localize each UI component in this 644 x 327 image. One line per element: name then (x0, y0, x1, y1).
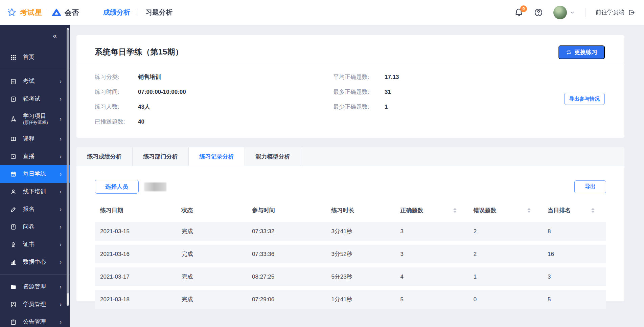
analysis-tab-3[interactable]: 练习记录分析 (189, 147, 245, 166)
sidebar-item-resource-mgmt[interactable]: 资源管理 › (0, 278, 70, 296)
field-value: 31 (385, 89, 391, 95)
light-exam-icon (10, 96, 17, 102)
table-cell: 完成 (176, 250, 247, 258)
table-row[interactable]: 2021-03-18 完成 07:29:06 1分41秒 5 0 5 (95, 290, 606, 309)
column-label: 练习日期 (100, 206, 123, 214)
project-icon (10, 116, 17, 122)
help-icon[interactable] (534, 8, 543, 17)
sort-icon[interactable] (453, 208, 457, 213)
field-label: 已推送题数: (95, 118, 138, 126)
notice-icon (10, 319, 17, 325)
table-cell: 3 (395, 228, 468, 235)
overview-field: 练习分类: 销售培训 (95, 73, 333, 81)
sidebar-item-survey[interactable]: 问卷 › (0, 218, 70, 236)
overview-field: 最少正确题数: 1 (333, 103, 399, 111)
select-person-button[interactable]: 选择人员 (95, 180, 139, 194)
sidebar-item-label: 每日学练 (23, 170, 46, 177)
field-value: 40 (138, 118, 144, 125)
org-name: 会否 (65, 8, 79, 17)
table-row[interactable]: 2021-03-17 完成 08:27:25 5分23秒 4 1 3 (95, 267, 606, 286)
sidebar-item-notice-mgmt[interactable]: 公告管理 › (0, 313, 70, 327)
overview-fields-right: 平均正确题数: 17.13 最多正确题数: 31 最少正确题数: 1 (333, 73, 399, 126)
sidebar-item-student-mgmt[interactable]: 学员管理 › (0, 296, 70, 313)
table-cell: 5分23秒 (326, 273, 395, 281)
sidebar-item-label: 报名 (23, 205, 34, 213)
practice-overview-card: 系统每日学练（第15期） 更换练习 导出参与情况 练习分类: 销售培训 练习时间… (76, 35, 624, 138)
top-nav: 成绩分析 习题分析 (103, 8, 172, 17)
star-logo-icon (7, 7, 17, 18)
sidebar-item-label: 学员管理 (23, 301, 46, 308)
table-cell: 2021-03-16 (95, 251, 176, 258)
course-icon (10, 136, 17, 142)
field-value: 07:00:00-10:00:00 (138, 89, 186, 95)
table-row[interactable]: 2021-03-16 完成 07:33:36 3分52秒 3 2 16 (95, 245, 606, 263)
user-menu[interactable] (553, 6, 575, 19)
sidebar-item-offline-training[interactable]: 线下培训 › (0, 183, 70, 200)
logo-area: 考试星 会否 (0, 7, 79, 18)
table-header-cell: 状态 (176, 206, 247, 214)
avatar[interactable] (553, 6, 567, 19)
sidebar-item-home[interactable]: 首页 (0, 49, 70, 65)
sidebar-item-live[interactable]: 直播 › (0, 148, 70, 165)
sidebar-scrollbar-thumb[interactable] (67, 29, 69, 293)
sidebar-item-label: 问卷 (23, 223, 34, 230)
sidebar-item-label: 直播 (23, 153, 34, 160)
analysis-tab-1[interactable]: 练习成绩分析 (76, 147, 133, 166)
survey-icon (10, 224, 17, 230)
change-practice-label: 更换练习 (574, 48, 597, 56)
table-header-cell: 错误题数 (468, 206, 542, 214)
brand-name: 考试星 (20, 8, 42, 17)
top-nav-item-1[interactable]: 成绩分析 (103, 8, 130, 17)
practice-record-table: 练习日期 状态 参与时间 练习时长 正确题数 错误题数 当日排名 2021-03… (95, 202, 606, 309)
table-cell: 2021-03-17 (95, 274, 176, 280)
table-cell: 16 (542, 251, 606, 258)
chevron-right-icon: › (60, 241, 62, 248)
table-header-cell: 参与时间 (247, 206, 326, 214)
sidebar-menu: 首页 考试 › 轻考试 › 学习项目 (原任务流程) › 课程 (0, 49, 70, 327)
overview-field: 练习时间: 07:00:00-10:00:00 (95, 88, 333, 96)
analysis-tab-2[interactable]: 练习部门分析 (133, 147, 189, 166)
sort-icon[interactable] (591, 208, 595, 213)
sidebar-item-light-exam[interactable]: 轻考试 › (0, 90, 70, 108)
student-icon (10, 301, 17, 308)
sidebar-item-data-center[interactable]: 数据中心 › (0, 253, 70, 271)
table-row[interactable]: 2021-03-15 完成 07:33:32 3分41秒 3 2 8 (95, 222, 606, 241)
field-label: 最少正确题数: (333, 103, 385, 111)
field-value: 1 (385, 104, 388, 110)
page-title: 系统每日学练（第15期） (95, 47, 606, 57)
sort-icon[interactable] (527, 208, 531, 213)
overview-field: 最多正确题数: 31 (333, 88, 399, 96)
sidebar-item-exam[interactable]: 考试 › (0, 72, 70, 90)
field-label: 最多正确题数: (333, 88, 385, 96)
go-to-student-portal[interactable]: 前往学员端 (596, 8, 635, 16)
sidebar-item-text: 学习项目 (原任务流程) (23, 112, 48, 125)
table-cell: 1 (468, 274, 542, 280)
table-cell: 07:33:36 (247, 251, 326, 258)
sidebar-item-text: 轻考试 (23, 95, 40, 102)
chevron-right-icon: › (60, 171, 62, 178)
analysis-tab-4[interactable]: 能力模型分析 (245, 147, 301, 166)
sidebar-collapse-button[interactable]: « (0, 29, 70, 42)
column-label: 状态 (181, 206, 193, 214)
chevron-right-icon: › (60, 206, 62, 213)
sidebar-item-daily-practice[interactable]: 每日学练 › (0, 165, 70, 183)
sidebar-item-text: 首页 (23, 53, 34, 61)
table-header-cell: 练习日期 (95, 206, 176, 214)
sidebar-item-certificate[interactable]: 证书 › (0, 236, 70, 253)
collapse-icon: « (53, 31, 57, 40)
top-nav-item-2[interactable]: 习题分析 (145, 8, 172, 17)
sidebar-item-learning-project[interactable]: 学习项目 (原任务流程) › (0, 108, 70, 130)
notification-bell-icon[interactable]: 9 (514, 8, 524, 17)
sidebar-item-signup[interactable]: 报名 › (0, 200, 70, 218)
sidebar-item-label: 学习项目 (23, 112, 48, 119)
chevron-right-icon: › (60, 319, 62, 326)
export-button[interactable]: 导出 (574, 180, 606, 193)
top-right-area: 9 前往学员端 (514, 6, 644, 19)
table-cell: 完成 (176, 227, 247, 235)
sidebar-item-label: 资源管理 (23, 283, 46, 290)
sidebar-item-text: 资源管理 (23, 283, 46, 290)
sidebar-scrollbar[interactable] (67, 28, 69, 306)
overview-field: 练习人数: 43人 (95, 103, 333, 111)
sidebar-item-course[interactable]: 课程 › (0, 130, 70, 148)
change-practice-button[interactable]: 更换练习 (558, 45, 605, 59)
